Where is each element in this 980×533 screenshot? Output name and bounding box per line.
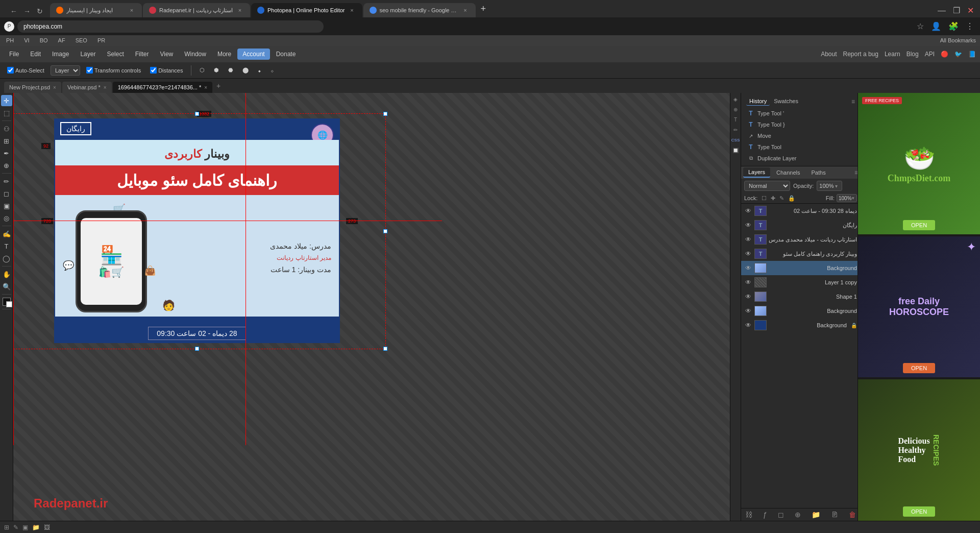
bookmark-ph[interactable]: PH xyxy=(4,36,16,44)
layer-link-btn[interactable]: ⛓ xyxy=(745,511,752,519)
lock-draw-icon[interactable]: ✎ xyxy=(779,195,784,202)
ad-block-2[interactable]: ✦ free Daily HOROSCOPE OPEN xyxy=(858,236,980,378)
layers-tab[interactable]: Layers xyxy=(743,167,770,178)
minimize-button[interactable]: — xyxy=(936,4,948,17)
address-bar[interactable] xyxy=(17,20,324,33)
extensions-icon[interactable]: 🧩 xyxy=(946,19,961,33)
menu-window[interactable]: Window xyxy=(179,49,211,60)
browser-tab-1[interactable]: ایجاد وبینار | ایسمینار × xyxy=(50,3,142,17)
status-edit-icon[interactable]: ✎ xyxy=(13,524,18,531)
layer-new-btn[interactable]: 🖹 xyxy=(831,511,838,519)
swatches-tab[interactable]: Swatches xyxy=(771,97,801,106)
bookmark-icon[interactable]: ☆ xyxy=(915,19,926,33)
browser-tab-3[interactable]: Photopea | Online Photo Editor × xyxy=(251,3,362,17)
eyedropper-tool[interactable]: ✒ xyxy=(1,148,12,159)
layer-item-5[interactable]: 👁 Background xyxy=(741,261,860,275)
move-tool[interactable]: ✛ xyxy=(1,95,12,106)
transform-checkbox[interactable]: Transform controls xyxy=(83,66,144,75)
crop-tool[interactable]: ⊞ xyxy=(1,135,12,147)
menu-filter[interactable]: Filter xyxy=(130,49,154,60)
reload-button[interactable]: ↻ xyxy=(35,5,45,17)
align-center-btn[interactable]: ⬢ xyxy=(211,66,222,75)
menu-view[interactable]: View xyxy=(155,49,178,60)
layer-item-4[interactable]: 👁 T وبینار کاربردی راهنمای کامل سئو xyxy=(741,247,860,261)
gradient-tool[interactable]: ▣ xyxy=(1,200,12,211)
layer-effects-btn[interactable]: ƒ xyxy=(763,511,767,519)
settings-icon[interactable]: ⋮ xyxy=(964,19,976,33)
paths-tab[interactable]: Paths xyxy=(806,168,831,177)
menu-account[interactable]: Account xyxy=(237,49,270,60)
menu-api[interactable]: API xyxy=(925,51,935,58)
align-bottom-btn[interactable]: ⬦ xyxy=(267,66,277,75)
new-tab-button[interactable]: + xyxy=(477,4,491,14)
status-folder-icon[interactable]: 📁 xyxy=(32,524,40,531)
ad1-open-btn[interactable]: OPEN xyxy=(903,220,935,230)
status-layer-icon[interactable]: ▣ xyxy=(22,524,28,531)
layer-item-7[interactable]: 👁 Shape 1 xyxy=(741,289,860,304)
align-top-btn[interactable]: ⬤ xyxy=(239,66,252,75)
menu-more[interactable]: More xyxy=(212,49,236,60)
history-expand[interactable]: ≡ xyxy=(851,98,855,105)
menu-layer[interactable]: Layer xyxy=(75,49,101,60)
all-bookmarks[interactable]: All Bookmarks xyxy=(940,37,976,43)
history-item-3[interactable]: ↗ Move xyxy=(743,130,858,141)
menu-file[interactable]: File xyxy=(4,49,24,60)
layer-mask-btn[interactable]: ◻ xyxy=(778,511,784,519)
lasso-tool[interactable]: ⚇ xyxy=(1,123,12,134)
side-icon-4[interactable]: ✏ xyxy=(731,126,740,134)
blur-tool[interactable]: ◎ xyxy=(1,212,12,224)
layer-item-9[interactable]: 👁 Background 🔒 xyxy=(741,318,860,332)
history-item-1[interactable]: T Type Tool ' xyxy=(743,108,858,119)
align-middle-btn[interactable]: ⬥ xyxy=(255,66,264,75)
ad-block-1[interactable]: FREE RECIPES 🥗 ChmpsDiet.com OPEN xyxy=(858,93,980,234)
doc-tab-1-close[interactable]: × xyxy=(53,85,56,90)
select-tool[interactable]: ⬚ xyxy=(1,107,12,118)
menu-blog[interactable]: Blog xyxy=(906,51,919,58)
align-right-btn[interactable]: ⬣ xyxy=(225,66,236,75)
tab-close-2[interactable]: × xyxy=(236,6,244,14)
distances-check[interactable] xyxy=(150,67,157,74)
menu-learn[interactable]: Learn xyxy=(885,51,900,58)
profile-icon[interactable]: 👤 xyxy=(929,19,943,33)
doc-tab-2[interactable]: Vebinar.psd * × xyxy=(62,82,112,93)
back-button[interactable]: ← xyxy=(8,5,19,17)
menu-report-bug[interactable]: Report a bug xyxy=(843,51,878,58)
layer-item-2[interactable]: 👁 T رایگان xyxy=(741,218,860,232)
layer-item-3[interactable]: 👁 T استارتاپ ردپانت - میلاد محمدی مدرس xyxy=(741,232,860,247)
doc-tab-3[interactable]: 1696448677423?e=21474836... * × xyxy=(113,82,212,93)
lock-move-icon[interactable]: ✚ xyxy=(771,195,775,202)
auto-select-checkbox[interactable]: Auto-Select xyxy=(4,66,47,75)
ad-block-3[interactable]: DeliciousHealthyFood RECIPES OPEN xyxy=(858,379,980,521)
layer-group-btn[interactable]: 📁 xyxy=(812,511,820,519)
doc-tab-2-close[interactable]: × xyxy=(104,85,107,90)
side-icon-5[interactable]: 🔲 xyxy=(731,146,740,154)
history-item-2[interactable]: T Type Tool } xyxy=(743,119,858,130)
status-grid-icon[interactable]: ⊞ xyxy=(4,524,9,531)
heal-tool[interactable]: ⊕ xyxy=(1,160,12,171)
forward-button[interactable]: → xyxy=(21,5,33,17)
bookmark-af[interactable]: AF xyxy=(56,36,67,44)
lock-all-icon[interactable]: 🔒 xyxy=(788,195,795,202)
layer-eye-7[interactable]: 👁 xyxy=(744,293,752,301)
menu-select[interactable]: Select xyxy=(102,49,129,60)
layer-eye-6[interactable]: 👁 xyxy=(744,278,752,286)
shape-tool[interactable]: ◯ xyxy=(1,253,12,264)
zoom-tool[interactable]: 🔍 xyxy=(1,281,12,292)
transform-check[interactable] xyxy=(86,67,93,74)
bookmark-bo[interactable]: BO xyxy=(38,36,50,44)
ad3-open-btn[interactable]: OPEN xyxy=(903,506,935,517)
layer-eye-3[interactable]: 👁 xyxy=(744,235,752,244)
bookmark-seo[interactable]: SEO xyxy=(74,36,89,44)
align-left-btn[interactable]: ⬡ xyxy=(197,66,208,75)
status-image-icon[interactable]: 🖼 xyxy=(44,524,50,531)
side-icon-1[interactable]: ◈ xyxy=(731,95,740,103)
layer-eye-5[interactable]: 👁 xyxy=(744,264,752,272)
lock-check-icon[interactable]: ☐ xyxy=(762,195,767,202)
doc-tab-3-close[interactable]: × xyxy=(204,85,207,90)
pen-tool[interactable]: ✍ xyxy=(1,228,12,239)
channels-tab[interactable]: Channels xyxy=(771,168,805,177)
history-item-5[interactable]: ⧉ Duplicate Layer xyxy=(743,153,858,164)
history-item-4[interactable]: T Type Tool xyxy=(743,141,858,153)
foreground-color[interactable] xyxy=(3,298,11,306)
layer-eye-2[interactable]: 👁 xyxy=(744,221,752,229)
